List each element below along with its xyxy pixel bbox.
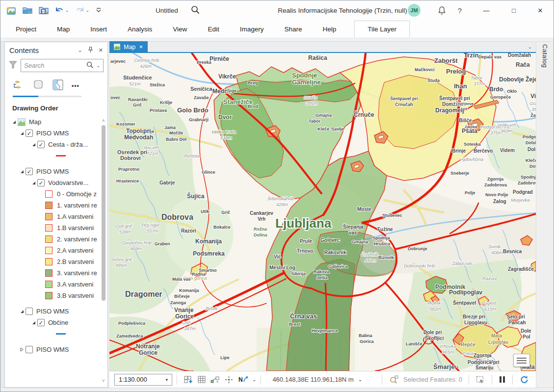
checkbox-checked[interactable]: ✓ (37, 141, 45, 148)
svg-text:Sneberje: Sneberje (450, 171, 469, 176)
checkbox-checked[interactable]: ✓ (26, 168, 33, 175)
tree-item-piso-wms-4[interactable]: PISO WMS (5, 344, 107, 355)
coordinates-readout[interactable]: 460.148,38E 110.961,18N m ⌄ (272, 376, 362, 383)
data-sources-tab-icon[interactable] (32, 79, 44, 92)
undo-button[interactable]: ⌄ (55, 7, 69, 14)
zoom-to-selection-icon[interactable] (389, 375, 399, 384)
tree-item-map[interactable]: Map (5, 116, 107, 128)
legend-item[interactable]: 1.A varstveni (5, 211, 107, 222)
svg-text:557m: 557m (147, 228, 158, 234)
open-project-icon[interactable] (23, 6, 32, 14)
drawing-order-tab-icon[interactable] (13, 79, 25, 92)
save-project-icon[interactable] (39, 6, 49, 14)
legend-item[interactable]: 1.B varstveni (5, 222, 107, 234)
search-options-chevron-icon[interactable]: ⌄ (96, 63, 100, 68)
legend-item[interactable]: 2. varstveni re (5, 234, 107, 245)
search-box-icon[interactable] (86, 61, 93, 70)
tree-item-vodovarstvena[interactable]: ✓ Vodovarstve... (5, 177, 107, 188)
legend-item[interactable]: 2.A varstveni (5, 245, 107, 256)
view-tabs-chevron-icon[interactable]: ⌄ (528, 44, 536, 50)
legend-item[interactable]: 0 - Območje z (5, 188, 107, 200)
pin-icon[interactable] (88, 47, 93, 54)
more-tabs-icon[interactable]: ••• (72, 82, 79, 89)
ribbon-tab-view[interactable]: View (162, 20, 197, 38)
legend-item[interactable]: 1. varstveni re (5, 200, 107, 211)
coordinates-chevron-icon[interactable]: ⌄ (358, 377, 362, 382)
legend-item[interactable]: 3.A varstveni (5, 279, 107, 290)
legend-label: 2. varstveni re (57, 235, 97, 243)
ribbon-tab-insert[interactable]: Insert (80, 20, 117, 38)
new-project-icon[interactable] (6, 6, 16, 15)
catalog-tab[interactable]: Catalog (541, 44, 549, 68)
ribbon-tab-imagery[interactable]: Imagery (230, 20, 274, 38)
ribbon-tab-analysis[interactable]: Analysis (117, 20, 162, 38)
expand-icon[interactable] (11, 120, 18, 124)
legend-item[interactable]: 3.B varstveni (5, 290, 107, 301)
svg-text:Tabor: Tabor (471, 75, 483, 80)
chec kbox-checked[interactable]: ✓ (37, 179, 45, 186)
search-input[interactable] (24, 62, 86, 69)
new-map-grid-icon[interactable] (184, 376, 193, 384)
select-tool-icon[interactable] (476, 376, 485, 384)
tree-item-cesta[interactable]: ✓ Cesta - drža... (5, 139, 107, 150)
ribbon-tab-map[interactable]: Map (47, 20, 80, 38)
map-canvas[interactable]: arjevecČerinov hrib426mPreskaPirničeVikr… (109, 53, 536, 371)
selected-features-label: Selected Features: 0 (403, 376, 462, 383)
svg-text:350: 350 (531, 106, 536, 112)
view-tab-strip: Map ✕ ⌄ (109, 42, 536, 53)
north-arrow-icon[interactable]: N (238, 375, 249, 384)
svg-text:Graben: Graben (155, 241, 170, 246)
snapping-icon[interactable] (211, 376, 220, 384)
pane-menu-chevron-icon[interactable]: ⌄ (78, 47, 82, 53)
minimize-button[interactable]: — (475, 0, 497, 20)
contents-scrollbar[interactable]: ˄ ˅ (101, 118, 106, 383)
checkbox-checked[interactable]: ✓ (26, 130, 33, 137)
checkbox-unchecked[interactable] (26, 346, 33, 353)
close-pane-icon[interactable]: ✕ (99, 47, 103, 53)
refresh-icon[interactable] (520, 375, 528, 384)
ribbon-tab-project[interactable]: Project (5, 20, 47, 38)
tree-item-obcine[interactable]: ✓ Občine (5, 317, 107, 328)
svg-text:Brest: Brest (289, 322, 300, 327)
close-view-icon[interactable]: ✕ (139, 44, 143, 50)
svg-text:Bišče: Bišče (459, 118, 472, 123)
scroll-up-icon[interactable]: ˄ (101, 118, 106, 123)
search-icon[interactable] (191, 5, 200, 16)
checkbox-checked[interactable]: ✓ (37, 319, 45, 326)
collapse-icon[interactable] (19, 347, 26, 352)
ribbon-tab-share[interactable]: Share (274, 20, 312, 38)
tree-item-piso-wms-3[interactable]: PISO WMS (5, 306, 107, 317)
redo-button[interactable]: ⌄ (76, 7, 90, 14)
obcine-symbol-row[interactable] (5, 328, 107, 340)
ribbon-tab-edit[interactable]: Edit (197, 20, 229, 38)
scrollbar-thumb[interactable] (102, 125, 106, 301)
ribbon-tab-help[interactable]: Help (312, 20, 346, 38)
checkbox-unchecked[interactable] (26, 308, 33, 315)
tree-item-piso-wms-2[interactable]: ✓ PISO WMS (5, 166, 107, 177)
ribbon-tab-tile-layer[interactable]: Tile Layer (354, 21, 410, 37)
notifications-icon[interactable] (435, 0, 448, 20)
maximize-button[interactable]: □ (503, 0, 525, 20)
filter-icon[interactable] (9, 61, 17, 71)
legend-item[interactable]: 3. varstveni re (5, 267, 107, 279)
grid-icon[interactable] (198, 376, 206, 383)
scale-combobox[interactable]: 1:130.000 ▾ (114, 374, 172, 386)
pause-drawing-icon[interactable] (500, 376, 505, 383)
cesta-symbol-row[interactable] (5, 150, 107, 161)
legend-label: 1.A varstveni (57, 213, 93, 220)
scroll-down-icon[interactable]: ˅ (101, 378, 106, 383)
legend-item[interactable]: 2.B varstveni (5, 256, 107, 267)
ribbon-collapsed-strip (0, 38, 554, 42)
svg-text:Dragomelj: Dragomelj (435, 107, 464, 114)
close-button[interactable]: ✕ (529, 0, 551, 20)
map-overview-button[interactable] (513, 354, 530, 367)
customize-toolbar-button[interactable] (96, 7, 102, 13)
map-view-tab[interactable]: Map ✕ (109, 41, 148, 52)
north-chevron-icon[interactable]: ⌄ (252, 377, 256, 382)
selection-tab-icon[interactable] (52, 79, 64, 92)
crosshair-icon[interactable] (225, 376, 233, 384)
svg-text:Tabor: Tabor (309, 119, 321, 124)
user-avatar[interactable]: JM (408, 4, 421, 17)
tree-item-piso-wms-1[interactable]: ✓ PISO WMS (5, 128, 107, 139)
help-icon[interactable]: ? (453, 0, 467, 20)
